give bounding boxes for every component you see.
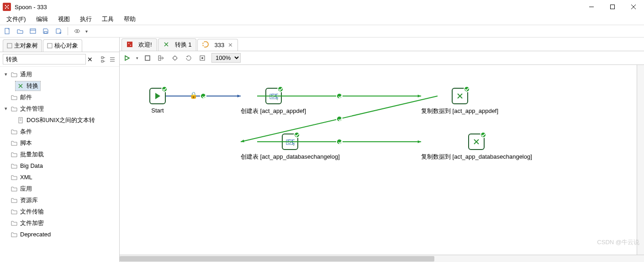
save-button[interactable] — [41, 27, 50, 36]
tree-folder[interactable]: XML — [0, 171, 119, 183]
sidebar-tree[interactable]: ▾通用转换邮件▾文件管理DOS和UNIX之间的文本转条件脚本批量加载Big Da… — [0, 67, 119, 262]
vertical-scrollbar[interactable] — [637, 65, 644, 255]
hop-check-icon — [200, 93, 206, 99]
open-button[interactable] — [16, 27, 25, 36]
step-copy2[interactable]: 复制数据到 [act_app_databasechangelog] — [421, 134, 532, 161]
menu-item[interactable]: 帮助 — [119, 14, 140, 24]
folder-icon — [11, 106, 18, 112]
app-icon — [3, 3, 11, 11]
main-area: 欢迎!转换 1333✕ ▾ 100% StartSQL创建表 [act_app_… — [120, 37, 644, 262]
svg-rect-24 — [127, 42, 132, 47]
stop-button[interactable] — [143, 53, 152, 63]
perspectives-button[interactable] — [73, 27, 82, 36]
transform-icon — [17, 83, 25, 89]
step-label: 创建表 [act_app_appdef] — [241, 107, 306, 115]
svg-rect-14 — [101, 57, 103, 59]
separator — [68, 27, 68, 35]
tree-folder[interactable]: ▾文件管理 — [0, 103, 119, 114]
run-options-icon[interactable]: ▾ — [136, 56, 138, 60]
doc-icon — [17, 117, 25, 123]
clear-search-icon[interactable]: ✕ — [86, 56, 94, 63]
step-create2[interactable]: SQL创建表 [act_app_databasechangelog] — [241, 134, 340, 161]
tree-folder[interactable]: 应用 — [0, 183, 119, 194]
svg-rect-13 — [48, 43, 52, 48]
tree-folder[interactable]: 脚本 — [0, 137, 119, 149]
editor-tabs: 欢迎!转换 1333✕ — [120, 37, 644, 51]
tree-folder[interactable]: Deprecated — [0, 229, 119, 240]
tree-folder[interactable]: 文件传输 — [0, 206, 119, 217]
success-check-icon — [294, 132, 300, 138]
tree-item[interactable]: DOS和UNIX之间的文本转 — [0, 114, 119, 126]
minimize-button[interactable] — [581, 0, 602, 14]
menu-item[interactable]: 执行 — [75, 14, 96, 24]
svg-point-29 — [173, 56, 177, 60]
editor-tab[interactable]: 333✕ — [197, 39, 238, 51]
menu-item[interactable]: 编辑 — [32, 14, 53, 24]
new-button[interactable] — [3, 27, 12, 36]
folder-icon — [11, 71, 18, 78]
canvas[interactable]: StartSQL创建表 [act_app_appdef]复制数据到 [act_a… — [120, 65, 644, 255]
success-check-icon — [161, 86, 168, 92]
sidebar-search-row: ✕ — [0, 52, 119, 67]
svg-rect-11 — [44, 32, 47, 33]
explore-button[interactable] — [28, 27, 37, 36]
svg-rect-5 — [611, 5, 615, 9]
close-tab-icon[interactable]: ✕ — [228, 42, 233, 48]
hop-check-icon — [336, 93, 343, 99]
svg-text:SQL: SQL — [271, 92, 278, 99]
step-copy1[interactable]: 复制数据到 [act_app_appdef] — [421, 88, 498, 115]
svg-point-35 — [201, 57, 203, 59]
folder-icon — [11, 231, 18, 238]
folder-icon — [11, 220, 18, 226]
tree-folder[interactable]: 批量加载 — [0, 149, 119, 160]
canvas-wrap: StartSQL创建表 [act_app_appdef]复制数据到 [act_a… — [120, 65, 644, 255]
zoom-select[interactable]: 100% — [211, 53, 241, 63]
folder-icon — [11, 140, 18, 146]
svg-point-26 — [130, 45, 131, 46]
editor-tab[interactable]: 欢迎! — [121, 38, 157, 51]
folder-icon — [11, 209, 18, 215]
tree-folder[interactable]: ▾通用 — [0, 69, 119, 80]
preview-button[interactable] — [157, 53, 166, 63]
horizontal-scrollbar[interactable] — [120, 255, 644, 262]
replay-button[interactable] — [184, 53, 193, 63]
tree-item[interactable]: 转换 — [0, 80, 119, 91]
run-button[interactable] — [122, 53, 132, 63]
verify-button[interactable] — [198, 53, 207, 63]
folder-icon — [11, 151, 18, 158]
menu-item[interactable]: 视图 — [53, 14, 74, 24]
lock-icon: 🔒 — [190, 91, 197, 99]
step-start[interactable]: Start — [149, 88, 166, 114]
debug-button[interactable] — [170, 53, 179, 63]
close-button[interactable] — [623, 0, 644, 14]
step-label: 复制数据到 [act_app_databasechangelog] — [421, 153, 532, 161]
sidebar-tabs: 主对象树核心对象 — [0, 37, 119, 52]
folder-icon — [11, 163, 18, 169]
menu-item[interactable]: 文件(F) — [2, 14, 31, 24]
expand-tree-button[interactable] — [100, 55, 108, 64]
maximize-button[interactable] — [602, 0, 623, 14]
folder-icon — [11, 94, 18, 101]
chevron-down-icon[interactable]: ▾ — [85, 29, 88, 34]
menubar: 文件(F)编辑视图执行工具帮助 — [0, 14, 644, 25]
search-input[interactable] — [3, 54, 86, 64]
sidebar-tab[interactable]: 核心对象 — [43, 39, 82, 52]
menu-item[interactable]: 工具 — [97, 14, 118, 24]
folder-icon — [11, 197, 18, 203]
save-as-button[interactable] — [54, 27, 63, 36]
success-check-icon — [277, 86, 284, 92]
sidebar-tab[interactable]: 主对象树 — [3, 39, 42, 52]
folder-icon — [11, 186, 18, 192]
tree-folder[interactable]: 文件加密 — [0, 217, 119, 229]
collapse-tree-button[interactable] — [109, 55, 116, 64]
job-icon — [202, 41, 211, 49]
editor-tab[interactable]: 转换 1 — [158, 38, 197, 51]
tree-folder[interactable]: 条件 — [0, 126, 119, 137]
step-create1[interactable]: SQL创建表 [act_app_appdef] — [241, 88, 306, 115]
tree-folder[interactable]: Big Data — [0, 160, 119, 171]
tree-folder[interactable]: 资源库 — [0, 194, 119, 206]
tree-folder[interactable]: 邮件 — [0, 91, 119, 103]
window-title: Spoon - 333 — [15, 4, 47, 11]
success-check-icon — [480, 132, 486, 138]
svg-rect-15 — [101, 60, 103, 62]
